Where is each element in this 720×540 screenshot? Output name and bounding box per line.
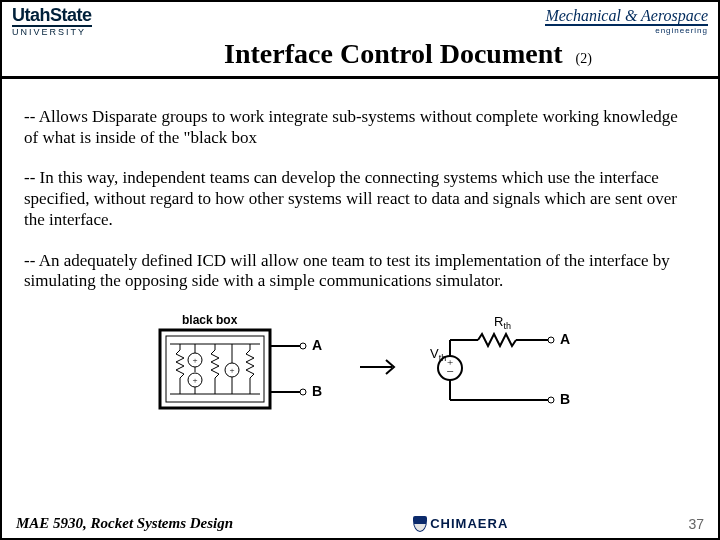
usu-logo-top: UtahState bbox=[12, 6, 92, 24]
terminal-a-label: A bbox=[312, 337, 322, 353]
svg-point-17 bbox=[300, 343, 306, 349]
svg-point-18 bbox=[300, 389, 306, 395]
terminal-a2-label: A bbox=[560, 331, 570, 347]
thevenin-circuit-icon: Rth A + − Vth B bbox=[430, 312, 580, 422]
shield-icon bbox=[413, 516, 427, 532]
bullet-3: -- An adequately defined ICD will allow … bbox=[24, 251, 696, 292]
chimaera-logo: CHIMAERA bbox=[413, 516, 508, 532]
arrow-icon bbox=[358, 355, 402, 379]
svg-rect-0 bbox=[160, 330, 270, 408]
bullet-2: -- In this way, independent teams can de… bbox=[24, 168, 696, 230]
slide-title-index: (2) bbox=[576, 51, 592, 66]
slide-title: Interface Control Document bbox=[224, 38, 563, 69]
blackbox-circuit-icon: black box + + + bbox=[140, 312, 330, 422]
svg-text:+: + bbox=[192, 355, 197, 365]
circuit-diagram: black box + + + bbox=[24, 312, 696, 422]
dept-logo: Mechanical & Aerospace engineering bbox=[545, 6, 708, 35]
terminal-b2-label: B bbox=[560, 391, 570, 407]
svg-point-22 bbox=[548, 337, 554, 343]
svg-point-29 bbox=[548, 397, 554, 403]
svg-text:+: + bbox=[192, 375, 197, 385]
usu-logo: UtahState UNIVERSITY bbox=[12, 6, 92, 37]
usu-logo-bottom: UNIVERSITY bbox=[12, 25, 92, 37]
rth-label: Rth bbox=[494, 314, 511, 331]
course-label: MAE 5930, Rocket Systems Design bbox=[16, 515, 233, 532]
vth-label: Vth bbox=[430, 346, 446, 363]
dept-logo-bottom: engineering bbox=[545, 26, 708, 35]
page-number: 37 bbox=[688, 516, 704, 532]
slide-footer: MAE 5930, Rocket Systems Design CHIMAERA… bbox=[2, 515, 718, 532]
blackbox-label: black box bbox=[182, 313, 238, 327]
title-bar: Interface Control Document (2) bbox=[2, 38, 718, 79]
chimaera-text: CHIMAERA bbox=[430, 516, 508, 531]
dept-logo-top: Mechanical & Aerospace bbox=[545, 8, 708, 26]
terminal-b-label: B bbox=[312, 383, 322, 399]
svg-text:+: + bbox=[229, 365, 234, 375]
slide-body: -- Allows Disparate groups to work integ… bbox=[2, 79, 718, 422]
svg-text:−: − bbox=[446, 364, 453, 379]
bullet-1: -- Allows Disparate groups to work integ… bbox=[24, 107, 696, 148]
